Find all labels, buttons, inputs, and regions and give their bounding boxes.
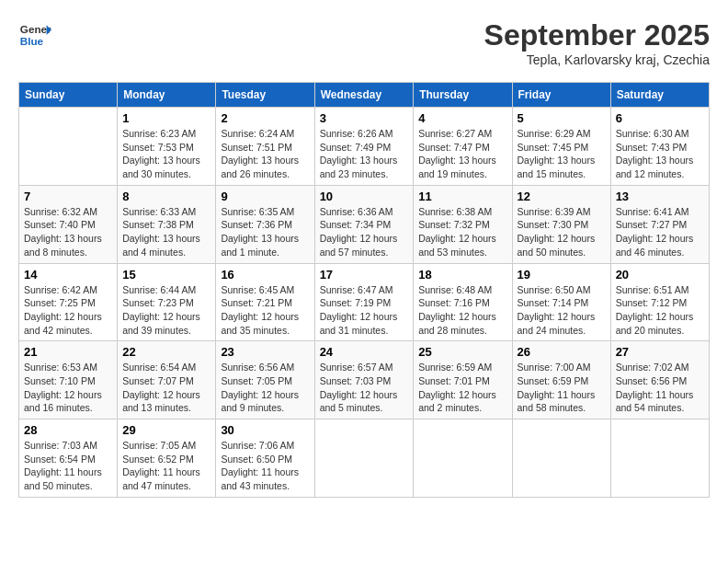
day-number: 1 [122,111,210,125]
logo-icon: General Blue [18,18,51,52]
calendar-cell: 15Sunrise: 6:44 AMSunset: 7:23 PMDayligh… [118,263,216,341]
calendar-cell: 25Sunrise: 6:59 AMSunset: 7:01 PMDayligh… [414,341,512,419]
day-info: Sunrise: 6:32 AMSunset: 7:40 PMDaylight:… [24,205,112,259]
day-header-sunday: Sunday [19,83,118,108]
calendar-cell: 9Sunrise: 6:35 AMSunset: 7:36 PMDaylight… [216,185,314,263]
day-number: 21 [24,345,112,359]
calendar-cell: 14Sunrise: 6:42 AMSunset: 7:25 PMDayligh… [19,263,118,341]
calendar-cell: 6Sunrise: 6:30 AMSunset: 7:43 PMDaylight… [610,108,709,186]
day-info: Sunrise: 6:48 AMSunset: 7:16 PMDaylight:… [418,283,506,338]
calendar-cell: 7Sunrise: 6:32 AMSunset: 7:40 PMDaylight… [19,185,118,263]
day-info: Sunrise: 6:33 AMSunset: 7:38 PMDaylight:… [122,205,210,259]
calendar-cell: 28Sunrise: 7:03 AMSunset: 6:54 PMDayligh… [19,419,118,498]
day-info: Sunrise: 6:29 AMSunset: 7:45 PMDaylight:… [518,127,606,181]
day-header-friday: Friday [512,83,610,108]
day-info: Sunrise: 6:36 AMSunset: 7:34 PMDaylight:… [320,205,409,259]
day-info: Sunrise: 6:53 AMSunset: 7:10 PMDaylight:… [24,361,112,415]
day-header-monday: Monday [118,83,216,108]
day-info: Sunrise: 6:39 AMSunset: 7:30 PMDaylight:… [518,205,606,259]
day-header-thursday: Thursday [414,83,512,108]
day-info: Sunrise: 6:47 AMSunset: 7:19 PMDaylight:… [320,283,409,338]
calendar-header-row: SundayMondayTuesdayWednesdayThursdayFrid… [19,83,710,108]
calendar-cell: 19Sunrise: 6:50 AMSunset: 7:14 PMDayligh… [512,263,610,341]
calendar-cell: 23Sunrise: 6:56 AMSunset: 7:05 PMDayligh… [216,341,314,419]
day-number: 7 [24,190,112,203]
calendar-week-5: 28Sunrise: 7:03 AMSunset: 6:54 PMDayligh… [19,419,710,498]
day-info: Sunrise: 6:41 AMSunset: 7:27 PMDaylight:… [616,205,704,259]
calendar-cell: 11Sunrise: 6:38 AMSunset: 7:32 PMDayligh… [414,185,512,263]
day-number: 26 [518,345,606,359]
calendar-cell: 13Sunrise: 6:41 AMSunset: 7:27 PMDayligh… [610,185,709,263]
day-info: Sunrise: 6:57 AMSunset: 7:03 PMDaylight:… [320,361,409,415]
calendar-cell: 20Sunrise: 6:51 AMSunset: 7:12 PMDayligh… [610,263,709,341]
calendar-cell: 12Sunrise: 6:39 AMSunset: 7:30 PMDayligh… [512,185,610,263]
calendar-cell: 10Sunrise: 6:36 AMSunset: 7:34 PMDayligh… [314,185,414,263]
calendar-table: SundayMondayTuesdayWednesdayThursdayFrid… [18,82,710,498]
calendar-cell: 18Sunrise: 6:48 AMSunset: 7:16 PMDayligh… [414,263,512,341]
day-info: Sunrise: 6:42 AMSunset: 7:25 PMDaylight:… [24,283,112,338]
day-number: 24 [320,345,409,359]
day-number: 25 [418,345,506,359]
day-info: Sunrise: 6:24 AMSunset: 7:51 PMDaylight:… [221,127,309,181]
day-number: 9 [221,190,309,203]
day-number: 14 [24,268,112,282]
calendar-cell: 1Sunrise: 6:23 AMSunset: 7:53 PMDaylight… [118,108,216,186]
calendar-week-1: 1Sunrise: 6:23 AMSunset: 7:53 PMDaylight… [19,108,710,186]
day-number: 5 [518,111,606,125]
calendar-cell [610,419,709,498]
day-info: Sunrise: 6:35 AMSunset: 7:36 PMDaylight:… [221,205,309,259]
day-number: 15 [122,268,210,282]
day-header-wednesday: Wednesday [314,83,414,108]
page-header: General Blue September 2025 Tepla, Karlo… [18,18,710,67]
day-info: Sunrise: 7:03 AMSunset: 6:54 PMDaylight:… [24,439,112,493]
day-number: 10 [320,190,409,203]
calendar-cell: 2Sunrise: 6:24 AMSunset: 7:51 PMDaylight… [216,108,314,186]
calendar-cell: 22Sunrise: 6:54 AMSunset: 7:07 PMDayligh… [118,341,216,419]
day-info: Sunrise: 7:06 AMSunset: 6:50 PMDaylight:… [221,439,309,493]
day-number: 3 [320,111,409,125]
day-number: 27 [616,345,704,359]
calendar-cell: 29Sunrise: 7:05 AMSunset: 6:52 PMDayligh… [118,419,216,498]
day-number: 29 [122,423,210,437]
day-info: Sunrise: 6:54 AMSunset: 7:07 PMDaylight:… [122,361,210,415]
day-info: Sunrise: 6:56 AMSunset: 7:05 PMDaylight:… [221,361,309,415]
calendar-cell: 8Sunrise: 6:33 AMSunset: 7:38 PMDaylight… [118,185,216,263]
day-info: Sunrise: 6:59 AMSunset: 7:01 PMDaylight:… [418,361,506,415]
day-number: 4 [418,111,506,125]
calendar-cell: 3Sunrise: 6:26 AMSunset: 7:49 PMDaylight… [314,108,414,186]
calendar-cell: 26Sunrise: 7:00 AMSunset: 6:59 PMDayligh… [512,341,610,419]
calendar-cell: 24Sunrise: 6:57 AMSunset: 7:03 PMDayligh… [314,341,414,419]
day-info: Sunrise: 6:30 AMSunset: 7:43 PMDaylight:… [616,127,704,181]
location-subtitle: Tepla, Karlovarsky kraj, Czechia [484,52,710,67]
calendar-cell: 21Sunrise: 6:53 AMSunset: 7:10 PMDayligh… [19,341,118,419]
calendar-cell [19,108,118,186]
calendar-cell [314,419,414,498]
day-number: 17 [320,268,409,282]
day-info: Sunrise: 7:05 AMSunset: 6:52 PMDaylight:… [122,439,210,493]
day-number: 2 [221,111,309,125]
day-info: Sunrise: 6:23 AMSunset: 7:53 PMDaylight:… [122,127,210,181]
calendar-cell: 27Sunrise: 7:02 AMSunset: 6:56 PMDayligh… [610,341,709,419]
day-number: 16 [221,268,309,282]
day-number: 30 [221,423,309,437]
calendar-week-2: 7Sunrise: 6:32 AMSunset: 7:40 PMDaylight… [19,185,710,263]
day-header-tuesday: Tuesday [216,83,314,108]
calendar-week-4: 21Sunrise: 6:53 AMSunset: 7:10 PMDayligh… [19,341,710,419]
day-info: Sunrise: 6:26 AMSunset: 7:49 PMDaylight:… [320,127,409,181]
calendar-cell: 16Sunrise: 6:45 AMSunset: 7:21 PMDayligh… [216,263,314,341]
day-info: Sunrise: 6:50 AMSunset: 7:14 PMDaylight:… [518,283,606,338]
day-info: Sunrise: 7:00 AMSunset: 6:59 PMDaylight:… [518,361,606,415]
day-number: 20 [616,268,704,282]
day-number: 6 [616,111,704,125]
day-number: 13 [616,190,704,203]
day-number: 28 [24,423,112,437]
title-block: September 2025 Tepla, Karlovarsky kraj, … [484,18,710,67]
day-header-saturday: Saturday [610,83,709,108]
calendar-body: 1Sunrise: 6:23 AMSunset: 7:53 PMDaylight… [19,108,710,498]
day-number: 19 [518,268,606,282]
day-number: 8 [122,190,210,203]
calendar-cell: 5Sunrise: 6:29 AMSunset: 7:45 PMDaylight… [512,108,610,186]
calendar-cell [414,419,512,498]
month-title: September 2025 [484,18,710,52]
calendar-week-3: 14Sunrise: 6:42 AMSunset: 7:25 PMDayligh… [19,263,710,341]
